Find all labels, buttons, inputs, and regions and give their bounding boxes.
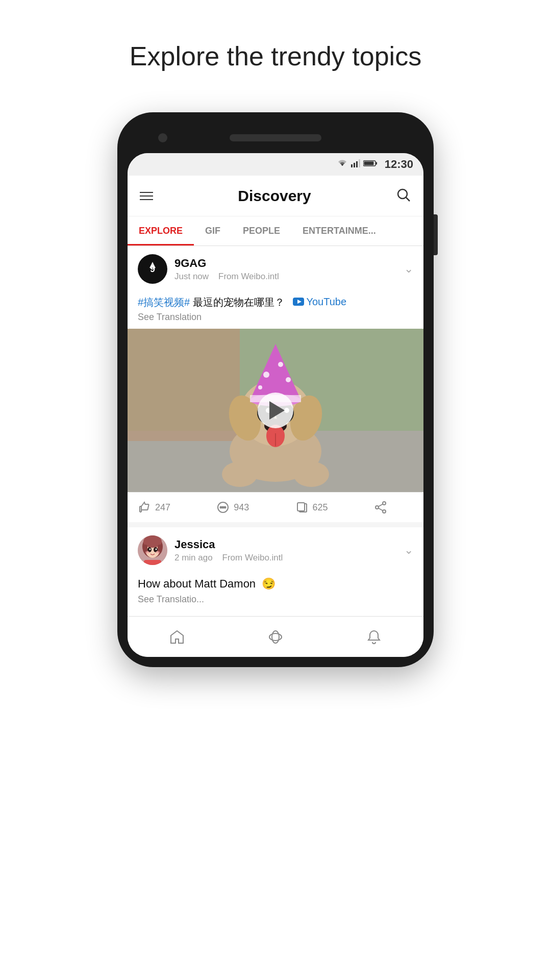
app-title: Discovery	[238, 187, 311, 205]
svg-rect-44	[297, 503, 305, 511]
svg-point-67	[269, 633, 282, 641]
post-card-jessica: Jessica 2 min ago From Weibo.intl ⌄ How …	[128, 527, 423, 611]
avatar-9gag: 9	[138, 254, 167, 284]
post-content-9gag: #搞笑视频# 最逗的宠物在哪里？ YouTube See Translation	[128, 292, 423, 329]
nav-home[interactable]	[128, 617, 226, 657]
svg-rect-66	[144, 560, 161, 565]
avatar-jessica	[138, 535, 167, 565]
tabs-bar: EXPLORE GIF PEOPLE ENTERTAINME...	[128, 216, 423, 246]
phone-camera	[158, 133, 167, 142]
svg-point-42	[222, 507, 224, 508]
phone-top-bar	[128, 122, 423, 153]
post-header-left-jessica: Jessica 2 min ago From Weibo.intl	[138, 535, 283, 565]
wifi-icon	[337, 159, 348, 169]
svg-point-35	[222, 461, 258, 487]
phone-power-button	[434, 214, 438, 255]
repost-button[interactable]: 625	[295, 501, 374, 514]
svg-rect-16	[128, 329, 240, 441]
see-translation-9gag[interactable]: See Translation	[138, 312, 413, 323]
svg-point-41	[220, 507, 222, 508]
svg-rect-0	[351, 164, 353, 167]
status-icons	[337, 159, 378, 169]
svg-point-68	[272, 631, 279, 643]
hamburger-line-2	[140, 195, 153, 197]
bottom-nav	[128, 616, 423, 657]
app-header: Discovery	[128, 176, 423, 216]
svg-rect-6	[364, 162, 373, 165]
page-title: Explore the trendy topics	[130, 41, 421, 71]
post-chevron-jessica[interactable]: ⌄	[404, 544, 413, 557]
post-chevron-9gag[interactable]: ⌄	[404, 262, 413, 276]
post-card-9gag: 9 9GAG Just now From Weibo.intl	[128, 246, 423, 522]
phone-frame: 12:30 Discovery EXPLORE GIF PEOPLE ENTER…	[117, 112, 434, 667]
post-text-9gag: #搞笑视频# 最逗的宠物在哪里？ YouTube	[138, 294, 413, 310]
svg-point-49	[383, 502, 386, 505]
see-translation-jessica[interactable]: See Translatio...	[138, 594, 413, 605]
hashtag-9gag[interactable]: #搞笑视频#	[138, 297, 190, 308]
tab-people[interactable]: PEOPLE	[232, 216, 291, 246]
svg-rect-3	[359, 159, 360, 167]
svg-point-36	[293, 461, 329, 487]
svg-point-30	[263, 372, 269, 378]
status-bar: 12:30	[128, 153, 423, 176]
post-time-jessica: 2 min ago From Weibo.intl	[174, 553, 283, 563]
svg-point-65	[156, 551, 160, 554]
post-meta-9gag: 9GAG Just now From Weibo.intl	[174, 257, 279, 282]
video-thumbnail-9gag[interactable]	[128, 329, 423, 492]
phone-screen: 12:30 Discovery EXPLORE GIF PEOPLE ENTER…	[128, 153, 423, 657]
battery-icon	[363, 160, 378, 169]
tab-explore[interactable]: EXPLORE	[128, 216, 194, 246]
youtube-link[interactable]: YouTube	[293, 294, 346, 309]
svg-point-51	[383, 510, 386, 513]
post-meta-jessica: Jessica 2 min ago From Weibo.intl	[174, 538, 283, 563]
comment-count: 943	[234, 502, 249, 513]
nav-discover[interactable]	[226, 617, 324, 657]
post-header-9gag: 9 9GAG Just now From Weibo.intl	[128, 246, 423, 292]
svg-line-53	[378, 508, 383, 511]
hamburger-line-1	[140, 192, 153, 193]
play-button[interactable]	[258, 393, 293, 428]
play-triangle-icon	[269, 401, 285, 420]
svg-rect-5	[375, 162, 377, 165]
post-content-jessica: How about Matt Damon 😏 See Translatio...	[128, 573, 423, 611]
like-count: 247	[155, 502, 170, 513]
svg-line-8	[406, 197, 410, 201]
svg-line-52	[378, 504, 383, 507]
repost-count: 625	[313, 502, 328, 513]
signal-icon	[351, 159, 360, 169]
svg-point-33	[286, 377, 291, 382]
post-username-jessica: Jessica	[174, 538, 283, 551]
post-actions-9gag: 247 943	[128, 492, 423, 522]
share-button[interactable]	[374, 501, 413, 514]
svg-point-50	[375, 506, 379, 509]
phone-speaker	[230, 134, 321, 141]
svg-point-64	[145, 551, 149, 554]
post-text-jessica: How about Matt Damon 😏	[138, 575, 413, 592]
post-username-9gag: 9GAG	[174, 257, 279, 270]
like-button[interactable]: 247	[138, 501, 216, 514]
post-header-jessica: Jessica 2 min ago From Weibo.intl ⌄	[128, 527, 423, 573]
svg-rect-1	[354, 163, 355, 167]
hamburger-menu-button[interactable]	[140, 192, 153, 200]
status-time: 12:30	[385, 158, 413, 171]
tab-entertainment[interactable]: ENTERTAINME...	[291, 216, 387, 246]
post-emoji-jessica: 😏	[262, 577, 276, 590]
search-button[interactable]	[396, 187, 411, 205]
svg-point-31	[278, 362, 283, 367]
feed: 9 9GAG Just now From Weibo.intl	[128, 246, 423, 611]
hamburger-line-3	[140, 199, 153, 200]
post-header-left: 9 9GAG Just now From Weibo.intl	[138, 254, 279, 284]
comment-button[interactable]: 943	[216, 501, 295, 514]
post-time-9gag: Just now From Weibo.intl	[174, 272, 279, 282]
svg-rect-2	[356, 161, 358, 167]
svg-point-62	[149, 549, 151, 550]
tab-gif[interactable]: GIF	[194, 216, 232, 246]
svg-point-7	[398, 189, 407, 199]
svg-point-32	[258, 385, 262, 389]
nav-notifications[interactable]	[325, 617, 423, 657]
svg-point-43	[224, 507, 226, 508]
svg-point-63	[156, 549, 157, 550]
